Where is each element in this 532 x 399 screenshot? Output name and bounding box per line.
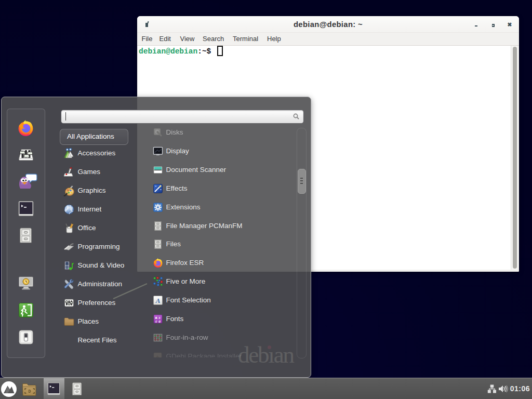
- svg-text:D: D: [28, 389, 31, 394]
- svg-text:a: a: [155, 319, 157, 324]
- svg-text:A: A: [155, 297, 160, 304]
- svg-text:a: a: [158, 319, 161, 324]
